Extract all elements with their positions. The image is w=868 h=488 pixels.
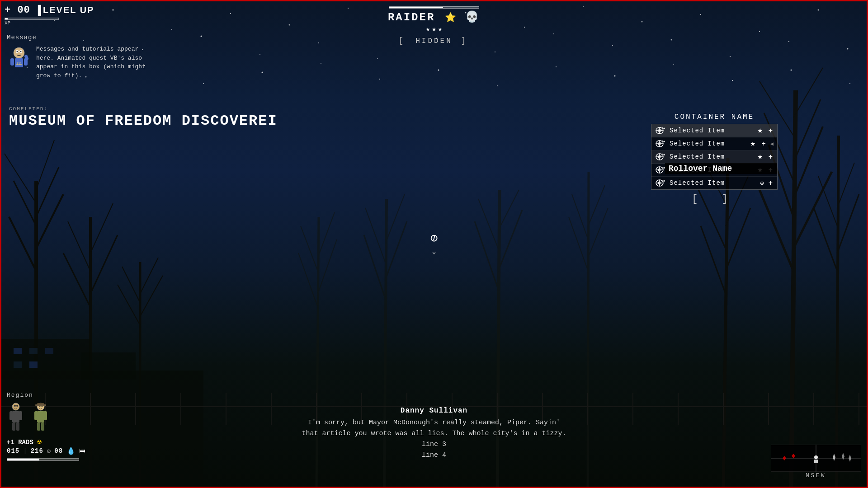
star-filled-1: ★ bbox=[426, 24, 430, 33]
svg-rect-180 bbox=[35, 404, 46, 406]
item-add-2[interactable]: + bbox=[760, 140, 766, 148]
item-icon-4 bbox=[655, 166, 666, 174]
item-favorite-1[interactable]: ★ bbox=[756, 127, 764, 134]
svg-point-157 bbox=[664, 167, 665, 169]
svg-point-35 bbox=[438, 70, 439, 71]
container-item-4[interactable]: Selected Item ★ + bbox=[651, 164, 777, 177]
svg-point-42 bbox=[849, 83, 850, 84]
star-filled-3: ★ bbox=[438, 24, 443, 33]
health-bar-fill bbox=[7, 459, 39, 460]
container-action-brackets[interactable]: [ ] bbox=[651, 193, 778, 205]
svg-point-16 bbox=[201, 36, 202, 37]
container-item-5[interactable]: Selected Item ⊕ + bbox=[651, 177, 777, 189]
item-name-5: Selected Item bbox=[670, 179, 756, 187]
star-filled-2: ★ bbox=[432, 24, 436, 33]
svg-point-39 bbox=[673, 64, 674, 65]
svg-rect-174 bbox=[43, 411, 47, 420]
container-item-3[interactable]: Selected Item ★ + Rollover Name bbox=[651, 150, 777, 164]
svg-point-10 bbox=[642, 21, 643, 23]
dialog-line-3: line 3 bbox=[298, 439, 570, 450]
item-icon-3 bbox=[655, 153, 666, 161]
stat-caps: 015 bbox=[7, 447, 19, 455]
skull-icon: 💀 bbox=[465, 11, 480, 23]
container-item-2[interactable]: Selected Item ★ + ◀ bbox=[651, 137, 777, 150]
cursor-chevron: ⌄ bbox=[430, 247, 438, 256]
svg-point-9 bbox=[583, 6, 584, 7]
radiation-icon: ☢ bbox=[37, 438, 42, 446]
svg-point-128 bbox=[14, 47, 24, 58]
dialog-line-1: I'm sorry, but Mayor McDonough's really … bbox=[298, 418, 570, 428]
svg-point-8 bbox=[524, 27, 525, 28]
quest-completed-panel: COMPLETED: MUSEUM OF FREEDOM DISCOVEREI bbox=[9, 106, 278, 129]
item-add-5[interactable]: + bbox=[768, 179, 774, 187]
item-favorite-2[interactable]: ★ bbox=[749, 140, 757, 147]
svg-rect-135 bbox=[10, 58, 14, 66]
minimap-panel: NSEW bbox=[771, 445, 861, 479]
dialog-speaker: Danny Sullivan bbox=[298, 407, 570, 415]
dialog-line-4: line 4 bbox=[298, 450, 570, 461]
svg-point-24 bbox=[671, 39, 672, 41]
svg-point-152 bbox=[664, 154, 665, 155]
svg-text:111: 111 bbox=[16, 62, 22, 66]
container-title: CONTAINER NAME bbox=[651, 113, 778, 121]
svg-point-27 bbox=[847, 48, 849, 50]
item-add-1[interactable]: + bbox=[768, 127, 774, 135]
xp-bar-fill bbox=[5, 18, 8, 19]
item-add-4[interactable]: + bbox=[768, 166, 774, 174]
svg-point-40 bbox=[732, 80, 733, 81]
svg-point-36 bbox=[497, 85, 498, 86]
quest-name: MUSEUM OF FREEDOM DISCOVEREI bbox=[9, 113, 278, 129]
svg-point-12 bbox=[759, 31, 760, 32]
item-favorite-4[interactable]: ★ bbox=[756, 166, 764, 174]
water-icon: 💧 bbox=[66, 446, 75, 455]
svg-point-22 bbox=[553, 33, 554, 34]
svg-point-2 bbox=[171, 29, 172, 30]
message-text: Messages and tutorials appear here. Anim… bbox=[36, 45, 151, 80]
svg-point-26 bbox=[788, 41, 789, 42]
container-panel: CONTAINER NAME Selected Item ★ + bbox=[651, 113, 778, 205]
message-title: Message bbox=[7, 34, 151, 41]
item-favorite-3[interactable]: ★ bbox=[756, 153, 764, 160]
svg-point-142 bbox=[664, 128, 665, 129]
svg-point-3 bbox=[230, 13, 231, 14]
item-name-2: Selected Item bbox=[670, 140, 745, 147]
vault-boy-avatar: 111 bbox=[7, 45, 32, 70]
svg-point-21 bbox=[495, 52, 495, 52]
xp-panel: + 00 LEVEL UP XP bbox=[5, 5, 94, 26]
svg-point-38 bbox=[614, 75, 616, 77]
svg-point-34 bbox=[379, 79, 380, 80]
dialog-line-2: that article you wrote was all lies. The… bbox=[298, 428, 570, 439]
region-label: Region bbox=[7, 392, 85, 399]
player-info-panel: RAIDER ⭐ 💀 ★ ★ ★ [ HIDDEN ] bbox=[366, 5, 502, 45]
svg-rect-164 bbox=[12, 411, 19, 422]
hidden-bracket: [ HIDDEN ] bbox=[366, 36, 502, 45]
svg-rect-167 bbox=[12, 422, 15, 431]
svg-point-170 bbox=[16, 405, 18, 407]
rads-display: +1 RADS ☢ bbox=[7, 437, 85, 446]
svg-point-37 bbox=[556, 66, 557, 67]
svg-point-4 bbox=[289, 24, 290, 26]
svg-point-18 bbox=[318, 42, 319, 43]
svg-point-13 bbox=[818, 9, 819, 11]
hidden-text: HIDDEN bbox=[415, 37, 453, 45]
rads-text: +1 RADS ☢ bbox=[7, 439, 42, 446]
compass-label: NSEW bbox=[771, 473, 861, 479]
companion-1 bbox=[7, 402, 25, 434]
item-add-3[interactable]: + bbox=[768, 153, 774, 161]
item-icon-2 bbox=[655, 140, 666, 148]
bed-icon: 🛏 bbox=[79, 447, 85, 455]
item-icon-5 bbox=[655, 179, 666, 187]
item-name-3: Selected Item bbox=[670, 153, 753, 160]
svg-point-147 bbox=[664, 141, 665, 142]
container-item-1[interactable]: Selected Item ★ + bbox=[651, 124, 777, 137]
svg-point-25 bbox=[730, 56, 731, 57]
item-name-1: Selected Item bbox=[670, 127, 753, 134]
completed-label: COMPLETED: bbox=[9, 106, 278, 112]
stat-sep-2: ⚙ bbox=[47, 447, 51, 455]
level-up-button[interactable]: LEVEL UP bbox=[35, 5, 94, 15]
svg-point-17 bbox=[259, 54, 260, 55]
svg-rect-165 bbox=[9, 411, 13, 420]
svg-point-1 bbox=[113, 9, 114, 11]
item-icon-1 bbox=[655, 127, 666, 135]
container-items-list: Selected Item ★ + Selected Item ★ + ◀ bbox=[651, 124, 778, 190]
